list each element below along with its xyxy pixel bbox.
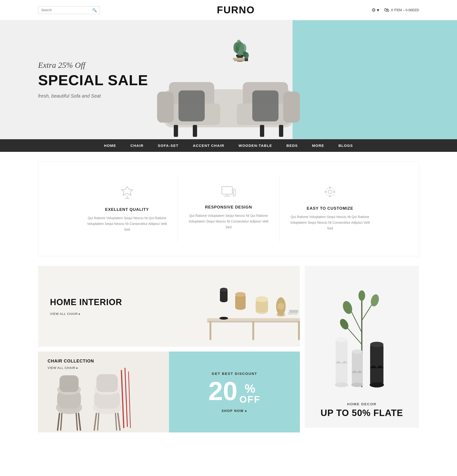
customize-desc: Qui Ratione Voluptatem Sequi Nesciu Nt Q…: [289, 214, 371, 231]
logo: FURNO: [217, 4, 255, 16]
home-interior-text: HOME INTERIOR VIEW ALL CHAIR ▸: [50, 297, 122, 315]
discount-number: 20: [208, 378, 237, 404]
svg-rect-3: [234, 60, 246, 61]
svg-line-64: [76, 413, 77, 430]
nav-beds[interactable]: BEDS: [286, 144, 298, 148]
quality-icon: [121, 185, 133, 203]
svg-line-70: [118, 413, 120, 430]
svg-rect-16: [157, 92, 174, 123]
svg-point-44: [220, 288, 228, 291]
svg-rect-19: [252, 90, 279, 121]
shelf-container: [205, 275, 300, 347]
feature-quality: EXELLENT QUALITY Qui Ratione Voluptatem …: [76, 176, 178, 242]
svg-rect-27: [222, 187, 232, 194]
responsive-icon: [221, 185, 236, 200]
search-input[interactable]: [41, 8, 92, 12]
view-all-chair-link[interactable]: VIEW ALL CHAIR ▸: [50, 312, 122, 315]
svg-point-83: [358, 290, 365, 301]
header-right: ⚙ ▾ 🛍 0 ITEM – 0.00DZD: [372, 7, 419, 13]
svg-rect-20: [174, 125, 178, 137]
svg-rect-90: [370, 344, 383, 385]
decor-illustration: [324, 273, 400, 392]
svg-rect-87: [352, 351, 362, 385]
hero-right: [293, 20, 457, 139]
svg-line-62: [78, 413, 80, 430]
search-icon: 🔍: [92, 8, 97, 12]
svg-line-69: [94, 413, 96, 430]
svg-rect-30: [233, 189, 235, 196]
chair-collection-banner: CHAIR COLLECTION VIEW ALL CHAIR ▸: [38, 351, 169, 433]
responsive-title: RESPONSIVE DESIGN: [205, 205, 252, 210]
home-interior-banner: HOME INTERIOR VIEW ALL CHAIR ▸: [38, 266, 300, 347]
sofa-illustration: [150, 68, 307, 139]
home-decor-title: UP TO 50% FLATE: [321, 408, 403, 418]
svg-point-7: [236, 40, 241, 48]
nav-chair[interactable]: CHAIR: [130, 144, 144, 148]
svg-rect-68: [96, 374, 118, 392]
svg-rect-39: [210, 321, 211, 340]
svg-rect-40: [252, 321, 254, 340]
discount-percent: %: [239, 383, 261, 395]
nav-home[interactable]: HOME: [104, 144, 116, 148]
customize-title: EASY TO CUSTOMIZE: [307, 206, 354, 211]
settings-icon: ⚙: [372, 7, 376, 13]
nav-more[interactable]: MORE: [312, 144, 324, 148]
svg-point-91: [370, 342, 383, 347]
svg-point-48: [235, 292, 246, 297]
responsive-desc: Qui Ratione Voluptatem Sequi Nesciu Nt Q…: [187, 213, 270, 230]
svg-line-77: [350, 309, 362, 332]
header: 🔍 FURNO ⚙ ▾ 🛍 0 ITEM – 0.00DZD: [0, 0, 457, 20]
nav-blogs[interactable]: BLOGS: [339, 144, 353, 148]
search-button[interactable]: 🔍: [92, 8, 97, 12]
home-decor-text: HOME DECOR UP TO 50% FLATE: [321, 402, 403, 418]
shop-now-button[interactable]: SHOP NOW ▸: [222, 409, 247, 413]
svg-point-54: [278, 303, 284, 310]
discount-number-row: 20 % OFF: [208, 378, 260, 404]
customize-icon: [323, 185, 337, 201]
svg-rect-22: [260, 125, 264, 137]
feature-customize: EASY TO CUSTOMIZE Qui Ratione Voluptatem…: [279, 176, 381, 242]
svg-point-86: [335, 382, 348, 387]
chair-collection-title: CHAIR COLLECTION: [48, 359, 160, 364]
svg-point-10: [243, 51, 246, 57]
nav-accent-chair[interactable]: ACCENT CHAIR: [193, 144, 224, 148]
feature-responsive: RESPONSIVE DESIGN Qui Ratione Voluptatem…: [178, 176, 279, 242]
nav-wooden-table[interactable]: WOODEN-TABLE: [238, 144, 272, 148]
hero-image: [145, 30, 312, 139]
svg-point-31: [328, 190, 332, 194]
svg-point-92: [370, 382, 384, 387]
home-decor-label: HOME DECOR: [321, 402, 403, 406]
home-interior-title: HOME INTERIOR: [50, 297, 122, 307]
svg-line-72: [115, 413, 117, 430]
svg-rect-18: [178, 90, 205, 121]
svg-point-85: [336, 337, 347, 342]
settings-button[interactable]: ⚙ ▾: [372, 7, 379, 13]
cart-button[interactable]: 🛍 0 ITEM – 0.00DZD: [384, 7, 419, 13]
discount-banner: GET BEST DISCOUNT 20 % OFF SHOP NOW ▸: [169, 351, 300, 433]
nav-sofa-set[interactable]: SOFA-SET: [158, 144, 178, 148]
home-decor-banner: HOME DECOR UP TO 50% FLATE: [305, 266, 419, 428]
hero-banner: Extra 25% Off SPECIAL SALE fresh, beauti…: [0, 20, 457, 139]
svg-rect-41: [298, 321, 300, 340]
svg-point-88: [352, 349, 362, 354]
svg-rect-56: [289, 310, 298, 313]
svg-rect-60: [59, 375, 78, 392]
quality-desc: Qui Ratione Voluptatem Sequi Nesciu Nt Q…: [86, 215, 168, 232]
svg-rect-17: [283, 92, 300, 123]
svg-point-45: [220, 317, 228, 320]
svg-rect-23: [279, 125, 283, 137]
discount-off: OFF: [239, 395, 261, 404]
svg-line-61: [58, 413, 59, 430]
features-section: EXELLENT QUALITY Qui Ratione Voluptatem …: [38, 161, 419, 256]
svg-rect-21: [193, 125, 197, 137]
svg-marker-24: [122, 187, 133, 196]
cart-text: 0 ITEM – 0.00DZD: [391, 8, 419, 12]
settings-chevron: ▾: [377, 7, 379, 13]
view-all-chair-link-2[interactable]: VIEW ALL CHAIR ▸: [48, 366, 160, 370]
svg-line-63: [61, 413, 62, 430]
svg-point-51: [256, 296, 268, 302]
svg-line-74: [125, 368, 127, 426]
discount-label: GET BEST DISCOUNT: [212, 372, 257, 375]
search-wrap: 🔍: [38, 6, 100, 14]
svg-line-75: [128, 372, 130, 428]
